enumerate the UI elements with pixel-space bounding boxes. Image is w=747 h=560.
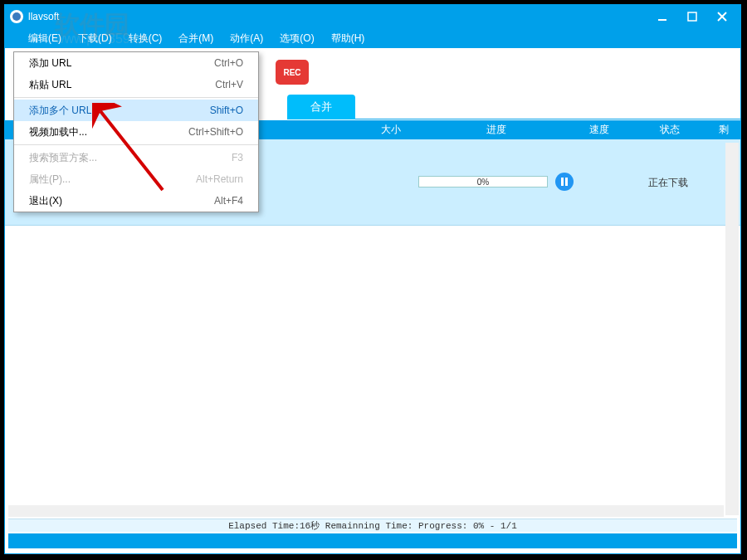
menu-item-exit[interactable]: 退出(X) Alt+F4	[14, 190, 258, 212]
svg-rect-1	[688, 12, 696, 21]
menu-download[interactable]: 下载(D)	[70, 32, 120, 46]
titlebar: llavsoft	[5, 5, 740, 28]
row-status: 正在下载	[648, 176, 688, 190]
menu-merge[interactable]: 合并(M)	[170, 32, 222, 46]
footer-strip	[8, 533, 737, 548]
window-title: llavsoft	[28, 11, 59, 22]
menu-item-properties: 属性(P)... Alt+Return	[14, 168, 258, 190]
menu-item-paste-url[interactable]: 粘贴 URL Ctrl+V	[14, 74, 258, 95]
menubar: 编辑(E) 下载(D) 转换(C) 合并(M) 动作(A) 选项(O) 帮助(H…	[5, 28, 740, 48]
progress-text: 0%	[477, 178, 489, 187]
col-speed[interactable]: 速度	[567, 120, 633, 139]
app-icon	[10, 10, 23, 23]
record-label: REC	[283, 68, 300, 77]
menu-edit[interactable]: 编辑(E)	[20, 32, 70, 46]
app-window: llavsoft 软件园 www.pc0359.cn 编辑(E) 下载(D) 转…	[4, 4, 741, 554]
maximize-button[interactable]	[677, 5, 707, 28]
horizontal-scrollbar[interactable]	[8, 505, 724, 517]
progress-bar: 0%	[418, 176, 548, 187]
vertical-scrollbar[interactable]	[725, 143, 739, 515]
menu-item-add-url[interactable]: 添加 URL Ctrl+O	[14, 52, 258, 74]
menu-separator	[14, 97, 258, 98]
menu-item-search-preset: 搜索预置方案... F3	[14, 147, 258, 168]
menu-action[interactable]: 动作(A)	[222, 32, 271, 46]
file-menu-dropdown: 添加 URL Ctrl+O 粘贴 URL Ctrl+V 添加多个 URL Shi…	[13, 51, 259, 212]
tab-merge[interactable]: 合并	[287, 95, 355, 119]
menu-convert[interactable]: 转换(C)	[120, 32, 171, 46]
col-progress[interactable]: 进度	[426, 120, 567, 139]
menu-options[interactable]: 选项(O)	[271, 32, 322, 46]
close-button[interactable]	[707, 5, 737, 28]
status-bar: Elapsed Time:16秒 Remainning Time: Progre…	[8, 519, 737, 532]
menu-separator	[14, 144, 258, 145]
record-button[interactable]: REC	[276, 60, 309, 85]
tab-merge-label: 合并	[310, 100, 332, 114]
pause-button[interactable]	[555, 173, 574, 191]
menu-help[interactable]: 帮助(H)	[323, 32, 374, 46]
menu-item-add-multiple-url[interactable]: 添加多个 URL Shift+O	[14, 100, 258, 121]
window-controls	[647, 5, 737, 28]
col-remain[interactable]: 剩	[707, 120, 740, 139]
menu-item-video-loading[interactable]: 视频加载中... Ctrl+Shift+O	[14, 121, 258, 143]
col-status[interactable]: 状态	[632, 120, 707, 139]
minimize-button[interactable]	[647, 5, 677, 28]
